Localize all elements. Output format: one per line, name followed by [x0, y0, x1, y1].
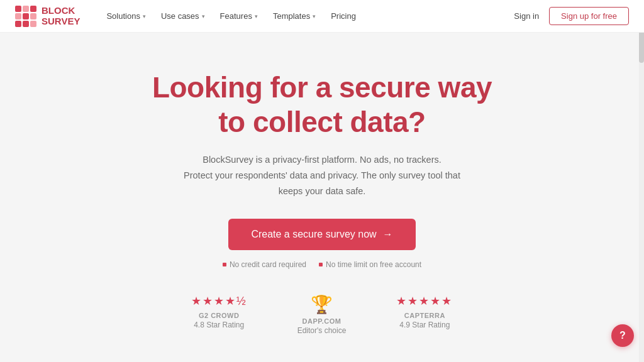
trophy-icon: 🏆 [297, 294, 347, 315]
logo-icon [15, 6, 36, 27]
capterra-stars: ★★★★★ [396, 294, 453, 308]
hero-title: Looking for a secure way to collect data… [13, 70, 631, 140]
navbar: BLOCK SURVEY Solutions ▾ Use cases ▾ Fea… [0, 0, 644, 33]
g2crowd-source: G2 CROWD [191, 312, 247, 319]
capterra-source: CAPTERRA [396, 312, 453, 319]
nav-usecases[interactable]: Use cases ▾ [155, 8, 211, 25]
help-button[interactable]: ? [611, 324, 634, 347]
chevron-down-icon: ▾ [255, 13, 258, 19]
no-time-item: No time limit on free account [319, 260, 421, 269]
g2crowd-value: 4.8 Star Rating [191, 321, 247, 329]
nav-features[interactable]: Features ▾ [214, 8, 264, 25]
cta-label: Create a secure survey now [251, 229, 376, 240]
dappcom-value: Editor's choice [297, 326, 347, 335]
capterra-value: 4.9 Star Rating [396, 321, 453, 329]
logo[interactable]: BLOCK SURVEY [15, 6, 80, 27]
no-credit-item: No credit card required [223, 260, 306, 269]
brand-name: BLOCK SURVEY [42, 6, 80, 26]
hero-subtitle: BlockSurvey is a privacy-first platform.… [171, 152, 473, 199]
cta-button[interactable]: Create a secure survey now → [228, 219, 415, 250]
no-credit-info: No credit card required No time limit on… [13, 260, 631, 269]
nav-templates[interactable]: Templates ▾ [267, 8, 322, 25]
ratings-section: ★★★★½ G2 CROWD 4.8 Star Rating 🏆 DAPP.CO… [13, 294, 631, 354]
scrollbar-track [639, 0, 644, 362]
nav-right: Sign in Sign up for free [514, 7, 629, 25]
chevron-down-icon: ▾ [143, 13, 146, 19]
g2crowd-stars: ★★★★½ [191, 294, 247, 308]
arrow-icon: → [383, 229, 393, 240]
rating-dappcom: 🏆 DAPP.COM Editor's choice [297, 294, 347, 335]
nav-solutions[interactable]: Solutions ▾ [100, 8, 152, 25]
signup-button[interactable]: Sign up for free [549, 7, 629, 25]
hero-section: Looking for a secure way to collect data… [0, 33, 644, 362]
dappcom-source: DAPP.COM [297, 317, 347, 325]
bullet-icon [223, 263, 226, 266]
nav-links: Solutions ▾ Use cases ▾ Features ▾ Templ… [100, 8, 514, 25]
rating-g2crowd: ★★★★½ G2 CROWD 4.8 Star Rating [191, 294, 247, 335]
nav-pricing[interactable]: Pricing [325, 8, 362, 25]
bullet-icon [319, 263, 323, 266]
signin-link[interactable]: Sign in [514, 11, 539, 21]
rating-capterra: ★★★★★ CAPTERRA 4.9 Star Rating [396, 294, 453, 335]
chevron-down-icon: ▾ [313, 13, 316, 19]
chevron-down-icon: ▾ [202, 13, 205, 19]
